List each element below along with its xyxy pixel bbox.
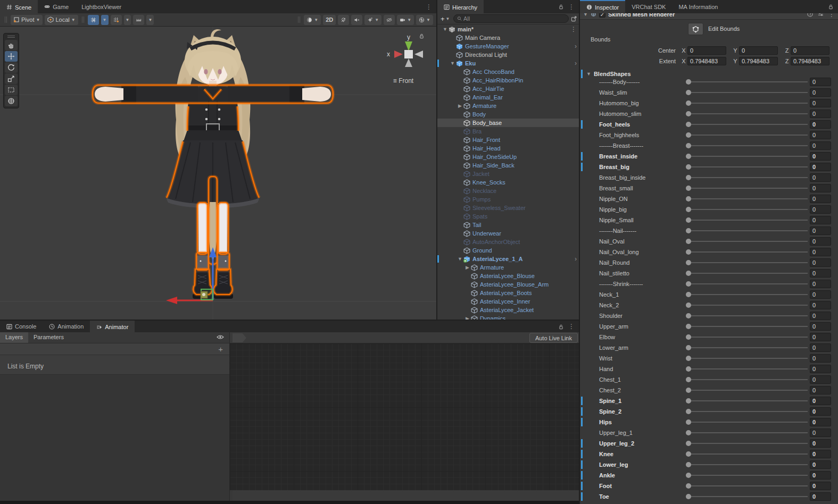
blendshape-slider[interactable] [686, 251, 808, 253]
blendshape-value-field[interactable]: 0 [810, 248, 831, 256]
toolbar-drag-handle[interactable] [5, 16, 7, 23]
hierarchy-row[interactable]: AsteriaLycee_Blouse_Arm [437, 280, 579, 289]
hierarchy-row[interactable]: ▼AsteriaLycee_1_A› [437, 255, 579, 263]
hierarchy-row[interactable]: Tail [437, 221, 579, 229]
blendshape-value-field[interactable]: 0 [810, 110, 831, 118]
slider-handle[interactable] [686, 483, 691, 489]
lock-icon[interactable] [828, 4, 834, 10]
hierarchy-row[interactable]: Hair_Head [437, 144, 579, 153]
slider-handle[interactable] [686, 451, 691, 457]
lock-icon[interactable] [558, 4, 564, 10]
hierarchy-search-input[interactable] [453, 14, 569, 23]
blendshape-value-field[interactable]: 0 [810, 429, 831, 437]
tab-parameters[interactable]: Parameters [28, 332, 69, 343]
foldout-icon[interactable]: ▼ [449, 61, 456, 66]
create-object-button[interactable]: +▼ [439, 15, 451, 23]
rotate-tool-button[interactable] [5, 62, 18, 73]
blendshape-value-field[interactable]: 0 [810, 343, 831, 352]
hierarchy-row[interactable]: ▼main*⋮ [437, 25, 579, 33]
slider-handle[interactable] [686, 249, 691, 255]
measure-dropdown[interactable]: ▼ [146, 15, 154, 25]
blendshape-value-field[interactable]: 0 [810, 173, 831, 182]
blendshape-value-field[interactable]: 0 [810, 301, 831, 309]
blendshape-slider[interactable] [686, 496, 808, 497]
blendshape-slider[interactable] [686, 198, 808, 199]
blendshape-slider[interactable] [686, 135, 808, 136]
hierarchy-row[interactable]: Sleeveless_Sweater [437, 204, 579, 212]
slider-handle[interactable] [686, 90, 691, 95]
edit-bounds-button[interactable] [688, 23, 703, 35]
blendshape-slider[interactable] [686, 92, 808, 93]
blendshape-value-field[interactable]: 0 [810, 216, 831, 224]
slider-handle[interactable] [686, 143, 691, 148]
auto-live-link-button[interactable]: Auto Live Link [529, 333, 578, 343]
move-tool-button[interactable] [5, 51, 18, 62]
animator-grid[interactable] [230, 343, 579, 490]
blendshape-value-field[interactable]: 0 [810, 375, 831, 384]
foldout-icon[interactable]: ▼ [442, 27, 449, 32]
blendshape-value-field[interactable]: 0 [810, 407, 831, 416]
blendshape-value-field[interactable]: 0 [810, 258, 831, 267]
component-menu-icon[interactable]: ⋮ [828, 13, 835, 18]
hierarchy-menu-icon[interactable]: ⋮ [568, 4, 575, 10]
blendshape-slider[interactable] [686, 113, 808, 114]
blendshape-value-field[interactable]: 0 [810, 386, 831, 394]
blendshape-value-field[interactable]: 0 [810, 460, 831, 469]
slider-handle[interactable] [686, 100, 691, 106]
hierarchy-row[interactable]: Main Camera [437, 33, 579, 42]
measure-button[interactable] [133, 15, 144, 25]
blendshape-value-field[interactable]: 0 [810, 471, 831, 480]
blendshape-value-field[interactable]: 0 [810, 205, 831, 214]
blendshape-slider[interactable] [686, 124, 808, 125]
row-menu-icon[interactable]: ⋮ [570, 26, 577, 33]
blendshape-slider[interactable] [686, 177, 808, 178]
blendshape-slider[interactable] [686, 156, 808, 157]
blendshape-slider[interactable] [686, 358, 808, 359]
blendshape-slider[interactable] [686, 400, 808, 401]
blendshape-value-field[interactable]: 0 [810, 78, 831, 86]
slider-handle[interactable] [686, 154, 691, 159]
grid-snap-toggle[interactable] [88, 15, 99, 25]
hierarchy-row[interactable]: Body_base [437, 119, 579, 127]
tab-layers[interactable]: Layers [0, 332, 28, 343]
slider-handle[interactable] [686, 334, 691, 340]
slider-handle[interactable] [686, 313, 691, 318]
blendshape-value-field[interactable]: 0 [810, 397, 831, 405]
hierarchy-row[interactable]: Acc_HairTie [437, 85, 579, 93]
blendshape-slider[interactable] [686, 145, 808, 146]
slider-handle[interactable] [686, 345, 691, 350]
hierarchy-row[interactable]: Animal_Ear [437, 93, 579, 102]
blendshape-value-field[interactable]: 0 [810, 195, 831, 203]
blendshape-slider[interactable] [686, 230, 808, 231]
blendshape-slider[interactable] [686, 294, 808, 295]
effects-icon[interactable]: ▼ [364, 15, 381, 25]
hierarchy-row[interactable]: Underwear [437, 229, 579, 238]
tools-drag-handle[interactable] [7, 36, 15, 38]
slider-handle[interactable] [686, 217, 691, 223]
blendshape-slider[interactable] [686, 411, 808, 412]
blendshape-value-field[interactable]: 0 [810, 141, 831, 150]
blendshape-slider[interactable] [686, 475, 808, 476]
slider-handle[interactable] [686, 324, 691, 329]
blendshape-value-field[interactable]: 0 [810, 322, 831, 331]
component-enabled-checkbox[interactable]: ✓ [599, 13, 605, 18]
audio-off-icon[interactable] [351, 15, 362, 25]
visibility-off-icon[interactable] [384, 15, 395, 25]
blendshape-value-field[interactable]: 0 [810, 163, 831, 171]
gizmo-lock-icon[interactable] [419, 33, 425, 40]
pivot-dropdown[interactable]: Pivot▼ [11, 15, 43, 25]
blendshape-slider[interactable] [686, 347, 808, 348]
blendshape-slider[interactable] [686, 368, 808, 369]
blendshape-slider[interactable] [686, 443, 808, 444]
slider-handle[interactable] [686, 441, 691, 446]
blendshape-value-field[interactable]: 0 [810, 354, 831, 363]
slider-handle[interactable] [686, 366, 691, 372]
slider-handle[interactable] [686, 356, 691, 361]
slider-handle[interactable] [686, 281, 691, 287]
blendshape-value-field[interactable]: 0 [810, 365, 831, 373]
hierarchy-row[interactable]: AsteriaLycee_Inner [437, 297, 579, 306]
foldout-icon[interactable]: ▶ [464, 265, 471, 270]
hierarchy-row[interactable]: Bra [437, 127, 579, 136]
lock-icon[interactable] [558, 324, 564, 330]
blendshape-slider[interactable] [686, 485, 808, 486]
